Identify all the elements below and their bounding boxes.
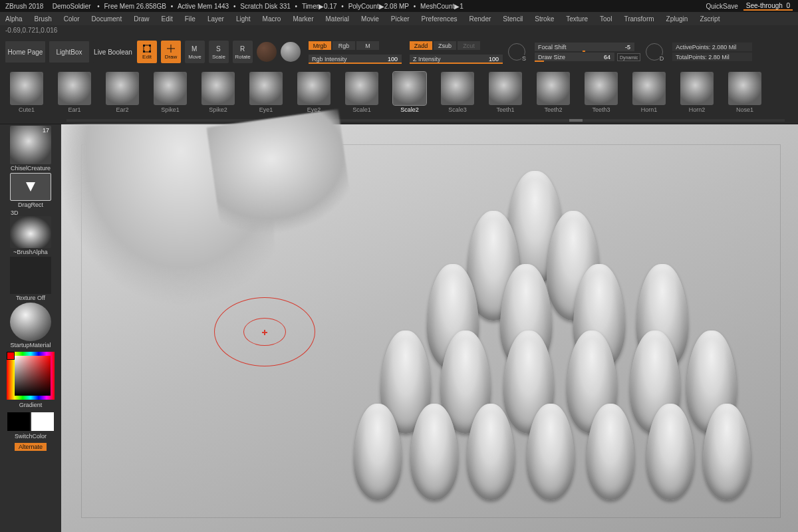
zcut-button[interactable]: Zcut (458, 41, 480, 50)
switch-color-button[interactable]: SwitchColor (15, 433, 47, 440)
total-points-readout: TotalPoints: 2.80 Mil (672, 53, 752, 61)
m-button[interactable]: M (356, 41, 379, 50)
title-bar: ZBrush 2018 DemoSoldier • Free Mem 26.85… (0, 0, 798, 12)
dynamic-toggle[interactable]: Dynamic (617, 53, 640, 61)
menu-render[interactable]: Render (469, 15, 491, 23)
color-swatch-main[interactable] (7, 412, 30, 431)
alternate-button[interactable]: Alternate (15, 443, 47, 451)
move-mode-button[interactable]: M Move (185, 41, 205, 63)
menu-stencil[interactable]: Stencil (503, 15, 523, 23)
gradient-label[interactable]: Gradient (19, 402, 43, 408)
brush-preview[interactable]: 17 (10, 126, 51, 164)
brush-label: ChiselCreature (11, 165, 51, 172)
see-through-slider[interactable]: See-through 0 (743, 2, 793, 11)
alpha-header-label: 3D (11, 209, 19, 216)
brush-cell-nose1[interactable]: Nose1 (724, 72, 766, 113)
brush-cell-label: Ear2 (116, 106, 128, 113)
alpha-preview[interactable] (10, 216, 51, 248)
brush-cell-eye2[interactable]: Eye2 (293, 72, 335, 113)
menu-brush[interactable]: Brush (35, 15, 52, 23)
zsub-button[interactable]: Zsub (434, 41, 456, 50)
home-page-button[interactable]: Home Page (5, 41, 45, 63)
top-toolbar: Home Page LightBox Live Boolean Edit Dra… (0, 35, 798, 69)
menu-stroke[interactable]: Stroke (535, 15, 554, 23)
quicksave-button[interactable]: QuickSave (700, 3, 743, 10)
menu-movie[interactable]: Movie (361, 15, 379, 23)
viewport-canvas[interactable] (61, 124, 798, 532)
menu-document[interactable]: Document (92, 15, 122, 23)
brush-cell-teeth2[interactable]: Teeth2 (532, 72, 575, 113)
menu-edit[interactable]: Edit (162, 15, 173, 23)
menu-zplugin[interactable]: Zplugin (666, 15, 688, 23)
project-name: DemoSoldier (53, 3, 91, 10)
draw-mode-button[interactable]: Draw (161, 41, 181, 63)
draw-icon (166, 44, 176, 53)
brush-cell-ear2[interactable]: Ear2 (101, 72, 144, 113)
scale-instance (467, 404, 515, 500)
menu-texture[interactable]: Texture (566, 15, 588, 23)
stroke-preview[interactable] (10, 173, 51, 201)
alpha-label: ~BrushAlpha (13, 249, 48, 255)
timer: Timer▶0.17 (302, 3, 337, 10)
brush-shelf-scrollbar[interactable] (66, 119, 785, 122)
menu-material[interactable]: Material (326, 15, 350, 23)
brush-cell-teeth3[interactable]: Teeth3 (580, 72, 622, 113)
menu-macro[interactable]: Macro (263, 15, 281, 23)
menu-alpha[interactable]: Alpha (5, 15, 23, 23)
live-boolean-button[interactable]: Live Boolean (93, 41, 133, 63)
brush-cell-ear1[interactable]: Ear1 (53, 72, 96, 113)
brush-cell-scale3[interactable]: Scale3 (436, 72, 479, 113)
focal-shift-slider[interactable]: Focal Shift-5 (535, 43, 634, 51)
menu-marker[interactable]: Marker (293, 15, 313, 23)
draw-size-slider[interactable]: Draw Size64 (535, 53, 614, 61)
d-dial[interactable]: D (646, 43, 663, 61)
brush-cell-teeth1[interactable]: Teeth1 (484, 72, 527, 113)
brush-thumb-icon (393, 72, 426, 105)
rgb-intensity-slider[interactable]: Rgb Intensity100 (309, 55, 402, 63)
menu-preferences[interactable]: Preferences (422, 15, 458, 23)
brush-cell-scale2[interactable]: Scale2 (388, 72, 431, 113)
meshcount: MeshCount▶1 (420, 3, 464, 10)
svg-text:S: S (216, 45, 221, 53)
scale-mode-button[interactable]: S Scale (209, 41, 229, 63)
brush-cell-scale1[interactable]: Scale1 (340, 72, 383, 113)
menu-zscript[interactable]: Zscript (700, 15, 720, 23)
menu-light[interactable]: Light (236, 15, 251, 23)
menu-tool[interactable]: Tool (600, 15, 612, 23)
edit-mode-button[interactable]: Edit (137, 41, 157, 63)
menu-file[interactable]: File (185, 15, 196, 23)
perspective-toggle[interactable] (281, 42, 301, 62)
brush-cell-cute1[interactable]: Cute1 (5, 72, 48, 113)
brush-cell-label: Spike2 (209, 106, 227, 113)
rgb-button[interactable]: Rgb (332, 41, 355, 50)
brush-cell-horn2[interactable]: Horn2 (676, 72, 718, 113)
brush-cell-spike2[interactable]: Spike2 (197, 72, 239, 113)
z-intensity-slider[interactable]: Z Intensity100 (410, 55, 503, 63)
edit-icon (142, 44, 152, 53)
texture-preview[interactable] (10, 257, 51, 294)
menu-draw[interactable]: Draw (134, 15, 149, 23)
color-picker[interactable] (7, 352, 55, 400)
z-mode-group: Zadd Zsub Zcut Z Intensity100 (410, 41, 503, 63)
menu-bar: AlphaBrushColorDocumentDrawEditFileLayer… (0, 12, 798, 25)
sculptris-toggle[interactable] (257, 42, 277, 62)
brush-cell-horn1[interactable]: Horn1 (628, 72, 670, 113)
brush-cell-label: Spike1 (161, 106, 180, 113)
scale-instance (703, 404, 751, 500)
lightbox-button[interactable]: LightBox (49, 41, 89, 63)
brush-cell-spike1[interactable]: Spike1 (149, 72, 192, 113)
brush-cell-eye1[interactable]: Eye1 (245, 72, 287, 113)
menu-layer[interactable]: Layer (207, 15, 224, 23)
material-preview[interactable] (10, 303, 51, 341)
color-swatch-secondary[interactable] (31, 412, 54, 431)
mrgb-button[interactable]: Mrgb (309, 41, 331, 50)
s-dial[interactable]: S (508, 43, 525, 61)
active-mem: Active Mem 1443 (178, 3, 229, 10)
menu-color[interactable]: Color (64, 15, 80, 23)
rotate-mode-button[interactable]: R Rotate (233, 41, 253, 63)
menu-transform[interactable]: Transform (624, 15, 654, 23)
brush-cell-label: Scale3 (448, 106, 467, 113)
zadd-button[interactable]: Zadd (410, 41, 432, 50)
svg-text:M: M (192, 45, 197, 53)
menu-picker[interactable]: Picker (391, 15, 410, 23)
